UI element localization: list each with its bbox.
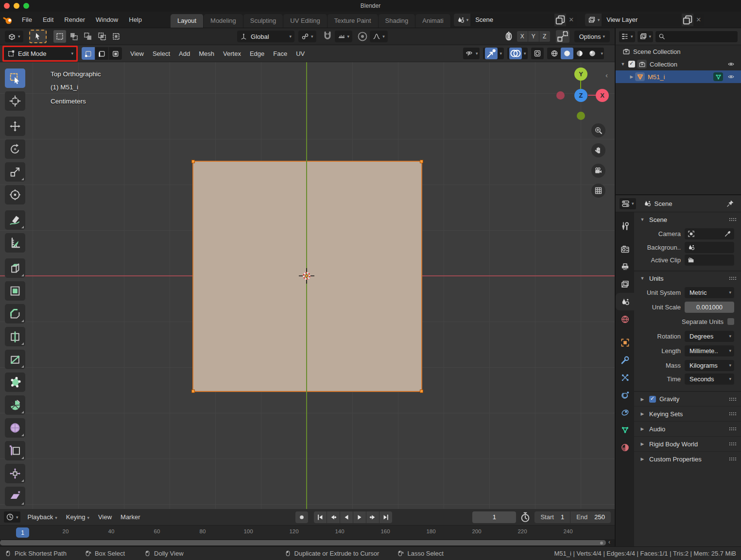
zoom-view-button[interactable] bbox=[591, 123, 605, 137]
tab-output[interactable] bbox=[616, 258, 634, 275]
proportional-falloff-dropdown[interactable]: ▾ bbox=[370, 31, 388, 42]
drag-handle-icon[interactable] bbox=[729, 218, 736, 221]
tool-poly-build[interactable] bbox=[5, 373, 25, 392]
tab-particles[interactable] bbox=[616, 369, 634, 386]
drag-handle-icon[interactable] bbox=[729, 427, 736, 431]
menu-edge[interactable]: Edge bbox=[245, 50, 269, 57]
vertex-handle[interactable] bbox=[420, 390, 423, 393]
copy-scene-icon[interactable] bbox=[554, 14, 566, 26]
select-new-button[interactable] bbox=[53, 30, 66, 43]
tool-move[interactable] bbox=[5, 117, 25, 136]
material-preview-button[interactable] bbox=[573, 48, 586, 59]
mass-dropdown[interactable]: Kilograms▾ bbox=[685, 360, 734, 371]
jump-to-start-button[interactable] bbox=[314, 511, 327, 523]
tool-edge-slide[interactable] bbox=[5, 441, 25, 460]
solid-shading-button[interactable] bbox=[561, 48, 573, 59]
menu-uv[interactable]: UV bbox=[292, 50, 309, 57]
gizmo-axis-x[interactable]: X bbox=[596, 89, 609, 102]
menu-help[interactable]: Help bbox=[123, 12, 147, 28]
active-clip-field[interactable] bbox=[685, 255, 734, 266]
workspace-tab-layout[interactable]: Layout bbox=[171, 14, 204, 28]
tool-measure[interactable] bbox=[5, 233, 25, 253]
drag-handle-icon[interactable] bbox=[729, 457, 736, 461]
jump-to-end-button[interactable] bbox=[379, 511, 392, 523]
time-dropdown[interactable]: Seconds▾ bbox=[685, 373, 734, 385]
background-scene-field[interactable] bbox=[685, 242, 734, 253]
play-reverse-button[interactable] bbox=[340, 511, 353, 523]
outliner-display-mode-dropdown[interactable]: ▾ bbox=[619, 31, 635, 42]
eye-icon[interactable] bbox=[727, 73, 735, 80]
menu-playback[interactable]: Playback▾ bbox=[23, 513, 62, 521]
select-extend-button[interactable] bbox=[68, 30, 80, 43]
units-panel-header[interactable]: ▼ Units bbox=[634, 271, 741, 285]
active-tool-button[interactable] bbox=[29, 30, 47, 43]
snap-path-icon[interactable] bbox=[556, 30, 569, 43]
gizmo-axis-y[interactable]: Y bbox=[574, 68, 587, 81]
gravity-panel-header[interactable]: ▶ Gravity bbox=[634, 391, 741, 406]
tool-select-box[interactable] bbox=[5, 68, 25, 88]
eyedropper-icon[interactable] bbox=[724, 230, 731, 237]
expand-icon[interactable]: ▶ bbox=[628, 74, 635, 79]
tab-object-data[interactable] bbox=[616, 421, 634, 439]
menu-add[interactable]: Add bbox=[174, 50, 194, 57]
copy-view-layer-icon[interactable] bbox=[682, 14, 693, 26]
properties-editor-type-button[interactable]: ▾ bbox=[620, 198, 636, 209]
gizmo-icon[interactable] bbox=[485, 48, 498, 59]
current-frame-field[interactable]: 1 bbox=[472, 511, 516, 523]
workspace-tab-shading[interactable]: Shading bbox=[379, 14, 416, 28]
collapse-panel-icon[interactable]: ‹ bbox=[605, 71, 608, 79]
tool-scale[interactable] bbox=[5, 162, 25, 182]
separate-units-checkbox[interactable] bbox=[727, 318, 734, 325]
tool-inset-faces[interactable] bbox=[5, 281, 25, 301]
blender-logo-icon[interactable] bbox=[0, 15, 17, 25]
view-layer-name[interactable]: View Layer bbox=[602, 16, 681, 23]
length-dropdown[interactable]: Millimete..▾ bbox=[685, 345, 734, 356]
vertex-handle[interactable] bbox=[191, 160, 195, 163]
gizmos-toggle-group[interactable]: ▾ bbox=[483, 48, 504, 59]
menu-face[interactable]: Face bbox=[269, 50, 292, 57]
tool-transform[interactable] bbox=[5, 185, 25, 204]
workspace-tab-uv-editing[interactable]: UV Editing bbox=[283, 14, 327, 28]
scene-selector[interactable]: ▾ Scene ✕ bbox=[454, 14, 577, 26]
play-button[interactable] bbox=[353, 511, 366, 523]
end-frame-field[interactable]: End250 bbox=[570, 511, 611, 523]
audio-panel-header[interactable]: ▶Audio bbox=[634, 421, 741, 436]
eye-icon[interactable] bbox=[727, 61, 735, 68]
tool-knife[interactable] bbox=[5, 350, 25, 369]
mirror-x-button[interactable]: X bbox=[517, 31, 528, 42]
xray-toggle[interactable] bbox=[531, 48, 544, 59]
viewport-3d[interactable]: Top Orthographic (1) M51_i Centimeters Y… bbox=[0, 62, 615, 509]
select-intersect-button[interactable] bbox=[110, 30, 122, 43]
snap-magnet-icon[interactable] bbox=[321, 31, 334, 42]
menu-edit[interactable]: Edit bbox=[37, 12, 59, 28]
timeline-scrollbar[interactable] bbox=[0, 540, 606, 545]
gizmo-axis-z[interactable]: Z bbox=[574, 89, 587, 102]
workspace-tab-texture-paint[interactable]: Texture Paint bbox=[327, 14, 379, 28]
editor-type-button[interactable]: ▾ bbox=[5, 31, 23, 42]
snap-target-dropdown[interactable]: ▾ bbox=[335, 31, 353, 42]
tab-physics[interactable] bbox=[616, 386, 634, 404]
timeline-editor-type-button[interactable]: ▾ bbox=[4, 511, 20, 523]
select-difference-button[interactable] bbox=[96, 30, 108, 43]
mirror-icon[interactable] bbox=[502, 31, 515, 42]
gravity-checkbox[interactable] bbox=[649, 396, 656, 403]
wireframe-shading-button[interactable] bbox=[548, 48, 561, 59]
workspace-tab-modeling[interactable]: Modeling bbox=[204, 14, 243, 28]
vertex-handle[interactable] bbox=[420, 160, 423, 163]
next-keyframe-button[interactable] bbox=[366, 511, 379, 523]
collection-checkbox[interactable] bbox=[628, 61, 635, 68]
tab-material[interactable] bbox=[616, 439, 634, 456]
gizmo-axis-y-neg[interactable] bbox=[577, 112, 585, 120]
outliner-row-scene-collection[interactable]: Scene Collection bbox=[616, 45, 741, 58]
rendered-shading-button[interactable] bbox=[586, 48, 599, 59]
tab-view-layer[interactable] bbox=[616, 275, 634, 293]
tool-extrude-region[interactable] bbox=[5, 258, 25, 278]
overlays-icon[interactable] bbox=[509, 48, 522, 59]
custom-properties-panel-header[interactable]: ▶Custom Properties bbox=[634, 451, 741, 466]
outliner-filter-dropdown[interactable]: ▾ bbox=[638, 31, 654, 42]
select-subtract-button[interactable] bbox=[82, 30, 94, 43]
unit-scale-field[interactable]: 0.001000 bbox=[685, 302, 734, 313]
scene-panel-header[interactable]: ▼ Scene bbox=[634, 212, 741, 227]
expand-icon[interactable]: ▼ bbox=[620, 62, 626, 67]
mirror-y-button[interactable]: Y bbox=[528, 31, 539, 42]
